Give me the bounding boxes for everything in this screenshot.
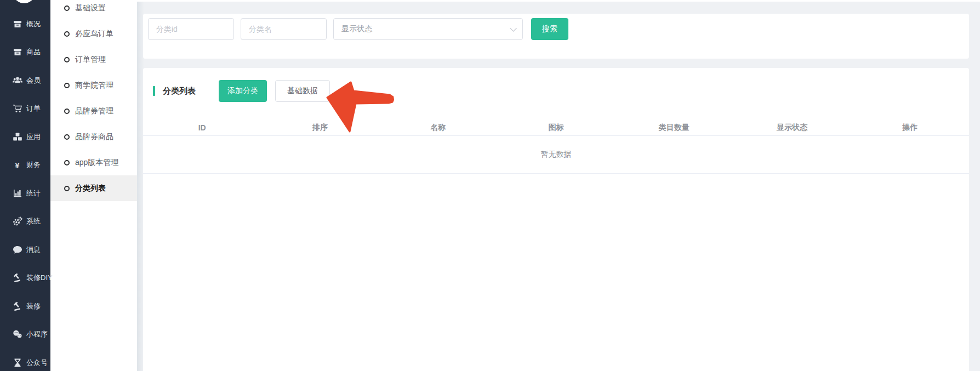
sidebar-item-label: 统计 <box>26 189 41 198</box>
sidebar-item-label: 装修DIY <box>26 273 53 283</box>
primary-nav: 概况 商品 会员 订单 <box>0 0 50 371</box>
circle-icon <box>64 186 70 191</box>
search-button[interactable]: 搜索 <box>531 18 568 40</box>
sidebar-item-label: 商品 <box>26 47 41 57</box>
circle-icon <box>64 83 70 88</box>
circle-icon <box>64 134 70 140</box>
table-header-name: 名称 <box>379 123 497 133</box>
section-title: 分类列表 <box>163 86 196 96</box>
admin-app: 概况 商品 会员 订单 <box>0 0 980 371</box>
stats-chart-icon <box>12 188 22 198</box>
official-account-hourglass-icon <box>12 357 22 368</box>
circle-icon <box>64 57 70 62</box>
sidebar-item-members[interactable]: 会员 <box>0 66 50 95</box>
members-users-icon <box>12 75 22 85</box>
submenu-item-label: 商学院管理 <box>75 81 113 90</box>
table-header-id: ID <box>143 123 261 132</box>
submenu-item-label: 品牌券商品 <box>75 132 113 142</box>
sidebar-item-mini-program[interactable]: 小程序 <box>0 321 50 349</box>
decorate-gavel-icon <box>12 301 22 311</box>
goods-box-icon <box>12 47 22 58</box>
category-name-input[interactable] <box>241 18 327 40</box>
table-header-row: ID 排序 名称 图标 类目数量 显示状态 操作 <box>143 119 969 136</box>
submenu-item-label: app版本管理 <box>75 158 118 168</box>
sidebar-item-label: 订单 <box>26 104 41 113</box>
category-table: ID 排序 名称 图标 类目数量 显示状态 操作 暂无数据 <box>143 119 969 174</box>
sidebar-item-label: 小程序 <box>26 329 48 339</box>
empty-state-text: 暂无数据 <box>541 150 572 159</box>
sidebar-item-label: 概况 <box>26 19 41 29</box>
main-content: 显示状态 搜索 分类列表 添加分类 基础数据 ID 排序 名称 图标 <box>137 0 980 371</box>
sidebar-item-finance[interactable]: ¥ 财务 <box>0 151 50 180</box>
sidebar-item-label: 装修 <box>26 301 41 311</box>
table-header-category-count: 类目数量 <box>615 123 733 133</box>
display-status-select[interactable]: 显示状态 <box>333 18 523 40</box>
system-gears-icon <box>12 216 22 227</box>
sidebar-item-orders[interactable]: 订单 <box>0 95 50 123</box>
mini-program-wechat-icon <box>12 329 22 340</box>
sidebar-item-apps[interactable]: 应用 <box>0 123 50 151</box>
section-header: 分类列表 添加分类 基础数据 <box>153 80 330 102</box>
sidebar-item-label: 会员 <box>26 76 41 85</box>
category-list-card: 分类列表 添加分类 基础数据 ID 排序 名称 图标 类目数量 显示状态 操作 … <box>143 68 969 371</box>
section-accent-bar <box>153 86 155 96</box>
secondary-sidebar: 基础设置 必应鸟订单 订单管理 商学院管理 品牌券管理 品牌券商品 <box>50 0 137 371</box>
sidebar-item-label: 公众号 <box>26 358 48 368</box>
submenu-item-category-list[interactable]: 分类列表 <box>50 175 137 201</box>
sidebar-item-messages[interactable]: 消息 <box>0 236 50 264</box>
submenu-item-brand-coupon-management[interactable]: 品牌券管理 <box>50 98 137 124</box>
top-strip <box>137 0 980 2</box>
sidebar-item-decorate-diy[interactable]: 装修DIY <box>0 264 50 293</box>
empty-state: 暂无数据 <box>143 136 969 174</box>
sidebar-item-system[interactable]: 系统 <box>0 208 50 236</box>
sidebar-item-goods[interactable]: 商品 <box>0 38 50 67</box>
submenu-item-label: 基础设置 <box>75 3 106 13</box>
submenu-item-label: 分类列表 <box>75 184 106 193</box>
submenu-item-basic-settings[interactable]: 基础设置 <box>50 0 137 21</box>
submenu-item-label: 必应鸟订单 <box>75 29 113 39</box>
secondary-nav: 基础设置 必应鸟订单 订单管理 商学院管理 品牌券管理 品牌券商品 <box>50 0 137 201</box>
circle-icon <box>64 160 70 165</box>
finance-yen-icon: ¥ <box>12 160 22 170</box>
base-data-button[interactable]: 基础数据 <box>275 80 330 102</box>
submenu-item-bird-orders[interactable]: 必应鸟订单 <box>50 21 137 47</box>
table-header-display-status: 显示状态 <box>733 123 851 133</box>
filter-card: 显示状态 搜索 <box>143 14 969 59</box>
sidebar-item-label: 消息 <box>26 245 41 255</box>
sidebar-item-decorate[interactable]: 装修 <box>0 292 50 321</box>
submenu-item-label: 品牌券管理 <box>75 106 113 116</box>
sidebar-item-overview[interactable]: 概况 <box>0 10 50 38</box>
circle-icon <box>64 31 70 37</box>
submenu-item-academy-management[interactable]: 商学院管理 <box>50 72 137 98</box>
sidebar-item-official-account[interactable]: 公众号 <box>0 349 50 371</box>
circle-icon <box>64 109 70 114</box>
orders-cart-icon <box>12 104 22 114</box>
add-category-button[interactable]: 添加分类 <box>219 80 267 102</box>
submenu-item-label: 订单管理 <box>75 55 106 65</box>
messages-comment-icon <box>12 244 22 255</box>
sidebar-item-label: 应用 <box>26 132 41 142</box>
apps-cubes-icon <box>12 132 22 142</box>
sidebar-item-label: 财务 <box>26 160 41 170</box>
sidebar-item-label: 系统 <box>26 216 41 226</box>
overview-box-icon <box>12 19 22 29</box>
submenu-item-app-version-management[interactable]: app版本管理 <box>50 150 137 175</box>
primary-sidebar: 概况 商品 会员 订单 <box>0 0 50 371</box>
decorate-diy-gavel-icon <box>12 273 22 283</box>
sidebar-item-stats[interactable]: 统计 <box>0 179 50 208</box>
submenu-item-order-management[interactable]: 订单管理 <box>50 47 137 72</box>
table-header-icon: 图标 <box>497 123 615 133</box>
table-header-actions: 操作 <box>851 123 969 133</box>
filter-row: 显示状态 搜索 <box>148 18 568 40</box>
display-status-value: 显示状态 <box>341 24 372 34</box>
category-id-input[interactable] <box>148 18 234 40</box>
chevron-down-icon <box>510 25 517 32</box>
table-header-sort: 排序 <box>261 123 379 133</box>
circle-icon <box>64 5 70 11</box>
submenu-item-brand-coupon-goods[interactable]: 品牌券商品 <box>50 124 137 150</box>
